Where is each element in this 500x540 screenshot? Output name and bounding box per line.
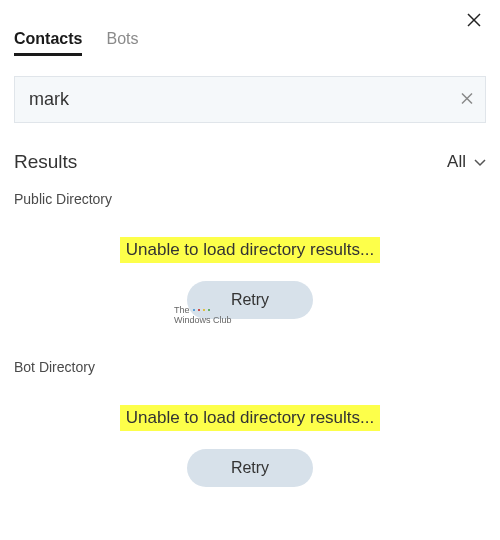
tab-bar: Contacts Bots bbox=[14, 30, 486, 54]
tab-contacts[interactable]: Contacts bbox=[14, 30, 82, 54]
public-error-message: Unable to load directory results... bbox=[120, 237, 381, 263]
tab-bots[interactable]: Bots bbox=[106, 30, 138, 54]
close-button[interactable] bbox=[462, 8, 486, 32]
close-icon bbox=[467, 13, 481, 27]
filter-label: All bbox=[447, 152, 466, 172]
bot-retry-button[interactable]: Retry bbox=[187, 449, 313, 487]
public-directory-error-block: Unable to load directory results... Retr… bbox=[14, 237, 486, 319]
bot-error-message: Unable to load directory results... bbox=[120, 405, 381, 431]
public-retry-button[interactable]: Retry bbox=[187, 281, 313, 319]
results-header: Results All bbox=[14, 151, 486, 173]
chevron-down-icon bbox=[474, 155, 486, 170]
public-directory-label: Public Directory bbox=[14, 191, 486, 207]
results-title: Results bbox=[14, 151, 77, 173]
search-field-wrap bbox=[14, 76, 486, 123]
clear-search-button[interactable] bbox=[460, 89, 474, 110]
bot-directory-error-block: Unable to load directory results... Retr… bbox=[14, 405, 486, 487]
clear-icon bbox=[460, 91, 474, 105]
bot-directory-label: Bot Directory bbox=[14, 359, 486, 375]
results-filter[interactable]: All bbox=[447, 152, 486, 172]
search-input[interactable] bbox=[14, 76, 486, 123]
